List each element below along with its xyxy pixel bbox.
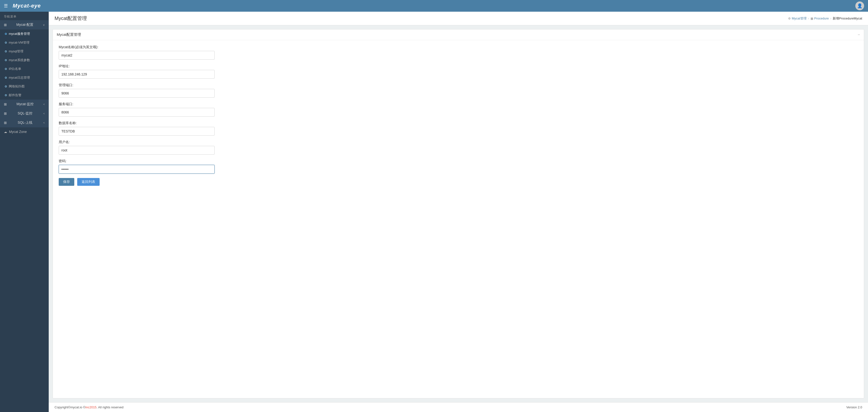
breadcrumb-sep-2: ›: [830, 17, 831, 20]
sidebar-item-mysql-manage[interactable]: mysql管理: [0, 47, 49, 56]
avatar-icon: 👤: [857, 3, 862, 8]
sidebar-item-mycat-log[interactable]: mycat日志管理: [0, 73, 49, 82]
sidebar-group-label-sql-online: SQL-上线: [18, 121, 32, 125]
menu-toggle[interactable]: ☰: [4, 3, 8, 8]
input-password[interactable]: [59, 165, 215, 173]
form-group-password: 密码:: [59, 159, 858, 173]
sidebar-group-mycat-config: ⊞ Mycat-配置 ∨ mycat服务管理 mycat-VM管理 mysql管…: [0, 20, 49, 100]
gear-icon: ⚙: [788, 17, 791, 20]
form-group-manage-port: 管理端口:: [59, 83, 858, 98]
sidebar-group-items-mycat-config: mycat服务管理 mycat-VM管理 mysql管理 mycat系统参数 I…: [0, 29, 49, 100]
user-avatar[interactable]: 👤: [855, 1, 864, 10]
sidebar-item-label: mycat-VM管理: [9, 40, 29, 45]
footer: Copyright©mycat.io ©inc2015. All rights …: [49, 402, 868, 412]
save-button[interactable]: 保存: [59, 178, 74, 186]
main-layout: 导航菜单 ⊞ Mycat-配置 ∨ mycat服务管理 mycat-VM管理: [0, 12, 868, 412]
sidebar-item-label: mycat日志管理: [9, 75, 30, 80]
dot-icon: [5, 77, 7, 78]
chevron-down-icon: ∨: [43, 23, 45, 27]
breadcrumb-mycat-manage[interactable]: ⚙ Mycat管理: [788, 16, 807, 21]
sidebar-standalone-label: Mycat Zone: [9, 130, 27, 134]
sidebar-group-label-mycat-monitor: Mycat-监控: [17, 102, 34, 106]
chevron-left-icon-online: <: [43, 121, 45, 124]
navbar-right: 👤: [855, 1, 864, 10]
panel-header: Mycat配置管理 −: [53, 29, 864, 40]
breadcrumb: ⚙ Mycat管理 › ▦ Procedure › 新增ProcedureMyc…: [788, 16, 862, 21]
page-title: Mycat配置管理: [55, 15, 87, 22]
breadcrumb-link-procedure[interactable]: Procedure: [814, 17, 829, 20]
sidebar-item-mycat-params[interactable]: mycat系统参数: [0, 56, 49, 65]
sidebar-item-mail-alert[interactable]: 邮件告警: [0, 91, 49, 100]
label-db-name: 数据库名称:: [59, 121, 858, 125]
input-ip-address[interactable]: [59, 70, 215, 78]
form-group-mycat-name: Mycat名称(必须为英文哦):: [59, 45, 858, 60]
content-area: Mycat配置管理 ⚙ Mycat管理 › ▦ Procedure › 新增Pr…: [49, 12, 868, 412]
dot-icon: [5, 33, 7, 35]
sidebar-item-label: IP白名单: [9, 67, 21, 71]
sidebar-group-label-sql-monitor: SQL-监控: [18, 111, 32, 116]
sidebar-group-header-mycat-monitor[interactable]: ⊞ Mycat-监控 <: [0, 100, 49, 109]
footer-copyright: Copyright©mycat.io ©inc2015. All rights …: [55, 405, 123, 409]
sidebar-group-header-sql-monitor[interactable]: ⊞ SQL-监控 <: [0, 109, 49, 118]
panel-title: Mycat配置管理: [57, 32, 81, 37]
label-username: 用户名:: [59, 140, 858, 145]
sidebar-item-label: mycat服务管理: [9, 32, 30, 36]
chevron-left-icon-sql: <: [43, 112, 45, 115]
sidebar-item-network-topo[interactable]: 网络拓扑图: [0, 82, 49, 91]
input-manage-port[interactable]: [59, 89, 215, 98]
sidebar-item-mycat-service[interactable]: mycat服务管理: [0, 29, 49, 38]
sidebar-item-mycat-vm[interactable]: mycat-VM管理: [0, 38, 49, 47]
sidebar-group-mycat-monitor: ⊞ Mycat-监控 <: [0, 100, 49, 109]
chevron-left-icon: <: [43, 103, 45, 106]
label-service-port: 服务端口:: [59, 102, 858, 106]
sidebar-group-sql-monitor: ⊞ SQL-监控 <: [0, 109, 49, 118]
breadcrumb-link-mycat[interactable]: Mycat管理: [792, 16, 807, 21]
input-db-name[interactable]: [59, 127, 215, 136]
form-group-service-port: 服务端口:: [59, 102, 858, 117]
sidebar-item-label: mysql管理: [9, 49, 23, 54]
footer-highlight: inc2015: [86, 405, 97, 409]
dot-icon: [5, 51, 7, 52]
form-group-ip-address: IP地址:: [59, 64, 858, 78]
cloud-icon: ☁: [4, 130, 7, 134]
label-ip-address: IP地址:: [59, 64, 858, 68]
back-button[interactable]: 返回列表: [77, 178, 100, 186]
table-icon: ▦: [810, 17, 813, 20]
panel-body: Mycat名称(必须为英文哦): IP地址: 管理端口: 服务端口:: [53, 40, 864, 197]
sidebar-item-label: 邮件告警: [9, 93, 22, 97]
form-group-username: 用户名:: [59, 140, 858, 155]
input-service-port[interactable]: [59, 108, 215, 117]
sidebar-group-sql-online: ⊞ SQL-上线 <: [0, 118, 49, 127]
nav-label: 导航菜单: [0, 12, 49, 20]
dot-icon: [5, 59, 7, 61]
panel-collapse-button[interactable]: −: [858, 33, 860, 37]
navbar-left: ☰ Mycat-eye: [4, 3, 41, 9]
dot-icon: [5, 68, 7, 70]
page-header: Mycat配置管理 ⚙ Mycat管理 › ▦ Procedure › 新增Pr…: [49, 12, 868, 25]
form-group-db-name: 数据库名称:: [59, 121, 858, 136]
label-mycat-name: Mycat名称(必须为英文哦):: [59, 45, 858, 50]
sidebar-group-icon-sql-monitor: ⊞: [4, 112, 7, 116]
app-brand: Mycat-eye: [13, 3, 41, 9]
footer-version: Version 2.0: [846, 405, 862, 409]
input-username[interactable]: [59, 146, 215, 155]
dot-icon: [5, 94, 7, 96]
dot-icon: [5, 42, 7, 43]
form-buttons: 保存 返回列表: [59, 178, 858, 186]
sidebar-group-header-mycat-config[interactable]: ⊞ Mycat-配置 ∨: [0, 20, 49, 29]
sidebar-group-icon-mycat-config: ⊞: [4, 23, 7, 27]
sidebar-group-icon-mycat-monitor: ⊞: [4, 102, 7, 106]
breadcrumb-sep-1: ›: [808, 17, 809, 20]
sidebar: 导航菜单 ⊞ Mycat-配置 ∨ mycat服务管理 mycat-VM管理: [0, 12, 49, 412]
input-mycat-name[interactable]: [59, 51, 215, 60]
sidebar-item-mycat-zone[interactable]: ☁ Mycat Zone: [0, 127, 49, 136]
sidebar-group-label-mycat-config: Mycat-配置: [16, 23, 33, 27]
label-password: 密码:: [59, 159, 858, 163]
dot-icon: [5, 86, 7, 87]
breadcrumb-procedure[interactable]: ▦ Procedure: [810, 17, 829, 20]
navbar: ☰ Mycat-eye 👤: [0, 0, 868, 12]
sidebar-item-ip-whitelist[interactable]: IP白名单: [0, 65, 49, 73]
sidebar-item-label: 网络拓扑图: [9, 84, 25, 89]
sidebar-group-header-sql-online[interactable]: ⊞ SQL-上线 <: [0, 118, 49, 127]
label-manage-port: 管理端口:: [59, 83, 858, 87]
